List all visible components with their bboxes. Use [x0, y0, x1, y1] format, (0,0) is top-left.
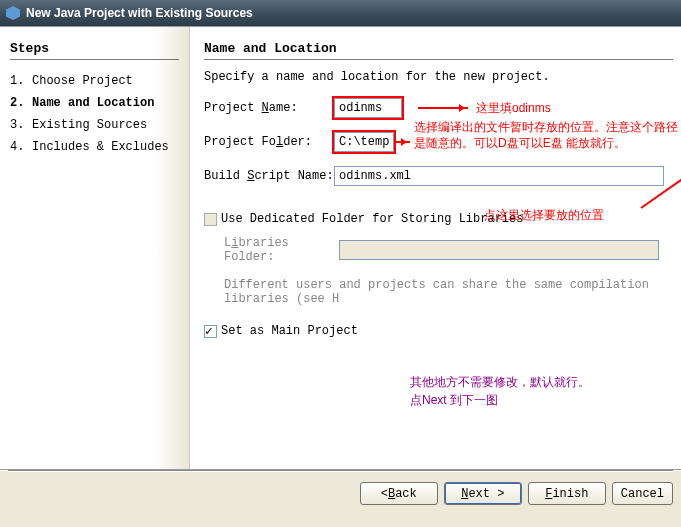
- build-script-row: Build Script Name:: [204, 166, 681, 186]
- arrow-icon: [396, 141, 410, 143]
- project-folder-label: Project Folder:: [204, 135, 334, 149]
- annotation-build-script: 点这里选择要放的位置: [484, 207, 604, 224]
- steps-heading: Steps: [10, 41, 179, 60]
- step-item: 1. Choose Project: [10, 70, 179, 92]
- content-heading: Name and Location: [204, 41, 673, 60]
- libraries-folder-input: [339, 240, 659, 260]
- footer-separator: [8, 470, 673, 471]
- dedicated-folder-row: Use Dedicated Folder for Storing Librari…: [204, 212, 681, 226]
- annotation-purple-note: 其他地方不需要修改，默认就行。 点Next 到下一图: [410, 373, 590, 409]
- annotation-project-folder: 选择编译出的文件暂时存放的位置。注意这个路径是随意的。可以D盘可以E盘 能放就行…: [414, 120, 678, 151]
- libraries-hint: Different users and projects can share t…: [224, 278, 681, 306]
- project-folder-input[interactable]: [334, 132, 394, 152]
- libraries-folder-label: Libraries Folder:: [224, 236, 339, 264]
- content-description: Specify a name and location for the new …: [204, 70, 681, 84]
- project-name-input[interactable]: [334, 98, 402, 118]
- content-panel: Name and Location Specify a name and loc…: [190, 27, 681, 469]
- project-folder-row: Project Folder: 选择编译出的文件暂时存放的位置。注意这个路径是随…: [204, 132, 681, 152]
- finish-button[interactable]: Finish: [528, 482, 606, 505]
- build-script-input[interactable]: [334, 166, 664, 186]
- dedicated-folder-label: Use Dedicated Folder for Storing Librari…: [221, 212, 523, 226]
- main-project-row: Set as Main Project: [204, 324, 681, 338]
- cancel-button[interactable]: Cancel: [612, 482, 673, 505]
- main-project-label: Set as Main Project: [221, 324, 358, 338]
- next-button[interactable]: Next >: [444, 482, 522, 505]
- annotation-project-name: 这里填odinms: [476, 100, 551, 117]
- steps-sidebar: Steps 1. Choose Project 2. Name and Loca…: [0, 27, 190, 469]
- wizard-footer: < Back Next > Finish Cancel: [0, 470, 681, 516]
- wizard-body: Steps 1. Choose Project 2. Name and Loca…: [0, 26, 681, 470]
- window-titlebar: New Java Project with Existing Sources: [0, 0, 681, 26]
- step-item: 4. Includes & Excludes: [10, 136, 179, 158]
- project-name-label: Project Name:: [204, 101, 334, 115]
- step-item-current: 2. Name and Location: [10, 92, 179, 114]
- arrow-icon: [418, 107, 468, 109]
- libraries-folder-row: Libraries Folder:: [224, 236, 681, 264]
- project-name-row: Project Name: 这里填odinms: [204, 98, 681, 118]
- build-script-label: Build Script Name:: [204, 169, 334, 183]
- app-icon: [6, 6, 20, 20]
- main-project-checkbox[interactable]: [204, 325, 217, 338]
- back-button[interactable]: < Back: [360, 482, 438, 505]
- dedicated-folder-checkbox[interactable]: [204, 213, 217, 226]
- window-title: New Java Project with Existing Sources: [26, 6, 253, 20]
- step-item: 3. Existing Sources: [10, 114, 179, 136]
- steps-list: 1. Choose Project 2. Name and Location 3…: [10, 70, 179, 158]
